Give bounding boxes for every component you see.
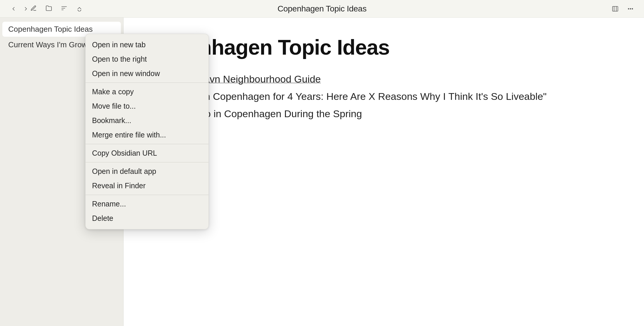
open-to-right-item[interactable]: Open to the right <box>86 52 208 66</box>
svg-point-8 <box>632 8 633 9</box>
svg-point-7 <box>630 8 631 9</box>
reveal-finder-item[interactable]: Reveal in Finder <box>86 179 208 193</box>
more-options-button[interactable] <box>626 5 635 13</box>
open-default-app-item[interactable]: Open in default app <box>86 164 208 179</box>
make-copy-item[interactable]: Make a copy <box>86 85 208 99</box>
context-menu-group-2: Make a copy Move file to... Bookmark... … <box>86 83 208 143</box>
list-item: Things to Do in Copenhagen During the Sp… <box>147 108 620 120</box>
list-item: Christianshavn Neighbourhood Guide <box>147 73 620 85</box>
context-menu: Open in new tab Open to the right Open i… <box>85 34 209 229</box>
titlebar-left <box>9 5 30 13</box>
sidebar: Copenhagen Topic Ideas Current Ways I'm … <box>0 18 124 326</box>
context-menu-group-1: Open in new tab Open to the right Open i… <box>86 36 208 82</box>
delete-item[interactable]: Delete <box>86 211 208 226</box>
main-layout: Copenhagen Topic Ideas Current Ways I'm … <box>0 18 644 326</box>
reader-view-button[interactable] <box>611 5 619 13</box>
copy-obsidian-url-item[interactable]: Copy Obsidian URL <box>86 146 208 160</box>
titlebar-right <box>611 5 635 13</box>
content-list: Christianshavn Neighbourhood Guide "I've… <box>147 73 620 120</box>
forward-button[interactable] <box>22 5 30 13</box>
toolbar-icons <box>29 4 84 12</box>
sort-button[interactable] <box>60 4 68 12</box>
svg-point-6 <box>628 8 629 9</box>
titlebar: Copenhagen Topic Ideas <box>0 0 644 18</box>
rename-item[interactable]: Rename... <box>86 197 208 211</box>
open-new-window-item[interactable]: Open in new window <box>86 66 208 81</box>
back-button[interactable] <box>9 5 18 13</box>
open-folder-button[interactable] <box>45 4 53 12</box>
context-menu-group-4: Open in default app Reveal in Finder <box>86 162 208 194</box>
list-item: "I've Lived in Copenhagen for 4 Years: H… <box>147 91 620 102</box>
nav-arrows <box>9 5 30 13</box>
page-title: Copenhagen Topic Ideas <box>278 4 367 14</box>
content-title: Copenhagen Topic Ideas <box>147 35 620 59</box>
svg-rect-3 <box>613 6 618 11</box>
context-menu-group-3: Copy Obsidian URL <box>86 144 208 162</box>
merge-file-item[interactable]: Merge entire file with... <box>86 128 208 142</box>
new-note-button[interactable] <box>29 4 38 12</box>
open-new-tab-item[interactable]: Open in new tab <box>86 38 208 52</box>
context-menu-group-5: Rename... Delete <box>86 195 208 227</box>
chevron-updown-button[interactable] <box>75 4 84 12</box>
move-file-item[interactable]: Move file to... <box>86 99 208 113</box>
bookmark-item[interactable]: Bookmark... <box>86 113 208 128</box>
